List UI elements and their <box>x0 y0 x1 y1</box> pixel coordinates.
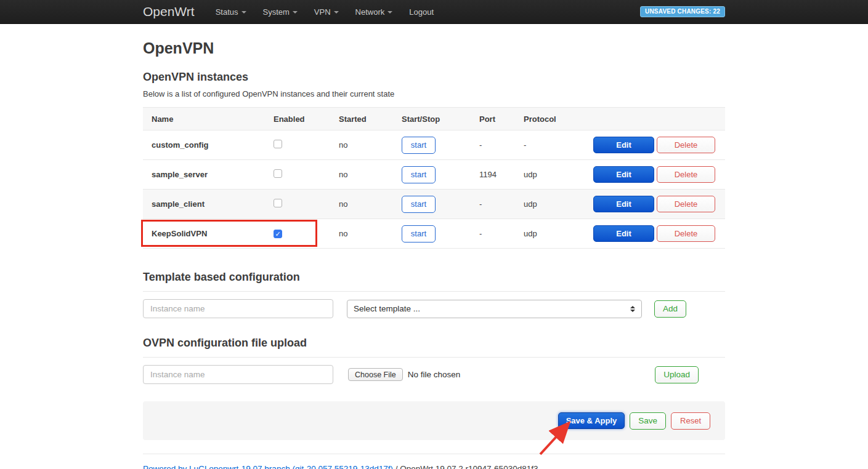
luci-branch-link[interactable]: Powered by LuCI openwrt-19.07 branch (gi… <box>143 464 393 469</box>
port-value: - <box>479 229 524 238</box>
nav-item-label: Network <box>355 7 385 17</box>
instances-description: Below is a list of configured OpenVPN in… <box>143 89 725 98</box>
nav-item-status[interactable]: Status <box>216 7 246 17</box>
openwrt-version-text: / OpenWrt 19.07.2 r10947-65030d81f3 <box>393 464 538 469</box>
add-button[interactable]: Add <box>654 300 686 318</box>
upload-button[interactable]: Upload <box>655 366 699 383</box>
table-row-keepsolidvpn: KeepSolidVPN no start - udp Edit Delete <box>143 218 725 248</box>
instance-name: KeepSolidVPN <box>143 229 274 238</box>
upload-section-heading: OVPN configuration file upload <box>143 337 725 350</box>
protocol-value: - <box>524 140 585 150</box>
started-value: no <box>339 199 402 209</box>
column-header-protocol: Protocol <box>524 114 585 124</box>
instance-name: sample_client <box>143 199 274 209</box>
nav-item-label: Logout <box>409 7 434 17</box>
port-value: - <box>479 199 524 209</box>
instance-name: sample_server <box>143 170 274 179</box>
footer: Powered by LuCI openwrt-19.07 branch (gi… <box>143 464 725 469</box>
chevron-down-icon <box>241 11 246 14</box>
edit-button[interactable]: Edit <box>593 196 654 212</box>
top-navbar: OpenWrt Status System VPN Network Logout <box>0 0 868 24</box>
delete-button[interactable]: Delete <box>657 137 715 153</box>
port-value: - <box>479 140 524 150</box>
column-header-started: Started <box>339 114 402 124</box>
nav-item-logout[interactable]: Logout <box>409 7 434 17</box>
table-row-custom-config: custom_config no start - - Edit Delete <box>143 130 725 159</box>
delete-button[interactable]: Delete <box>657 166 715 183</box>
template-instance-name-input[interactable] <box>143 299 333 318</box>
protocol-value: udp <box>524 229 585 238</box>
started-value: no <box>339 140 402 150</box>
enabled-checkbox[interactable] <box>274 230 282 238</box>
chevron-down-icon <box>387 11 392 14</box>
start-button[interactable]: start <box>402 137 436 154</box>
edit-button[interactable]: Edit <box>593 225 654 242</box>
enabled-checkbox[interactable] <box>274 199 282 207</box>
choose-file-button[interactable]: Choose File <box>348 368 403 381</box>
port-value: 1194 <box>479 170 524 179</box>
started-value: no <box>339 229 402 238</box>
template-select[interactable]: Select template ... <box>347 300 642 318</box>
template-select-value: Select template ... <box>354 304 420 313</box>
template-section-heading: Template based configuration <box>143 271 725 284</box>
instances-table: Name Enabled Started Start/Stop Port Pro… <box>143 107 725 249</box>
footer-divider <box>143 454 725 454</box>
nav-item-system[interactable]: System <box>263 7 298 17</box>
column-header-enabled: Enabled <box>274 114 339 124</box>
edit-button[interactable]: Edit <box>593 166 654 183</box>
action-band: Save & Apply Save Reset <box>143 401 725 440</box>
started-value: no <box>339 170 402 179</box>
no-file-chosen-text: No file chosen <box>408 370 461 379</box>
nav-item-label: VPN <box>314 7 331 17</box>
enabled-checkbox[interactable] <box>274 140 282 148</box>
instance-name: custom_config <box>143 140 274 150</box>
save-apply-button[interactable]: Save & Apply <box>558 412 625 429</box>
divider <box>143 357 725 358</box>
column-header-startstop: Start/Stop <box>402 114 479 124</box>
page-title: OpenVPN <box>143 39 725 57</box>
upload-form-row: Choose File No file chosen Upload <box>143 365 725 384</box>
upload-instance-name-input[interactable] <box>143 365 333 384</box>
reset-button[interactable]: Reset <box>671 412 710 430</box>
column-header-name: Name <box>143 114 274 124</box>
table-header-row: Name Enabled Started Start/Stop Port Pro… <box>143 107 725 130</box>
nav-item-label: Status <box>216 7 238 17</box>
column-header-port: Port <box>479 114 524 124</box>
nav-item-vpn[interactable]: VPN <box>314 7 339 17</box>
start-button[interactable]: start <box>402 166 436 183</box>
protocol-value: udp <box>524 199 585 209</box>
start-button[interactable]: start <box>402 225 436 243</box>
delete-button[interactable]: Delete <box>657 225 715 242</box>
nav-item-network[interactable]: Network <box>355 7 393 17</box>
start-button[interactable]: start <box>402 196 436 213</box>
table-row-sample-client: sample_client no start - udp Edit Delete <box>143 189 725 218</box>
enabled-checkbox[interactable] <box>274 169 282 178</box>
template-form-row: Select template ... Add <box>143 299 725 318</box>
nav-menu: Status System VPN Network Logout <box>216 7 434 17</box>
table-row-sample-server: sample_server no start 1194 udp Edit Del… <box>143 159 725 189</box>
unsaved-changes-badge[interactable]: UNSAVED CHANGES: 22 <box>640 6 725 17</box>
instances-heading: OpenVPN instances <box>143 71 725 84</box>
delete-button[interactable]: Delete <box>657 196 715 212</box>
nav-item-label: System <box>263 7 290 17</box>
select-updown-icon <box>630 306 635 312</box>
file-input-area: Choose File No file chosen <box>348 368 460 381</box>
save-button[interactable]: Save <box>630 412 666 430</box>
chevron-down-icon <box>334 11 339 14</box>
chevron-down-icon <box>293 11 298 14</box>
divider <box>143 291 725 292</box>
edit-button[interactable]: Edit <box>593 137 654 153</box>
protocol-value: udp <box>524 170 585 179</box>
brand-openwrt[interactable]: OpenWrt <box>143 4 195 19</box>
